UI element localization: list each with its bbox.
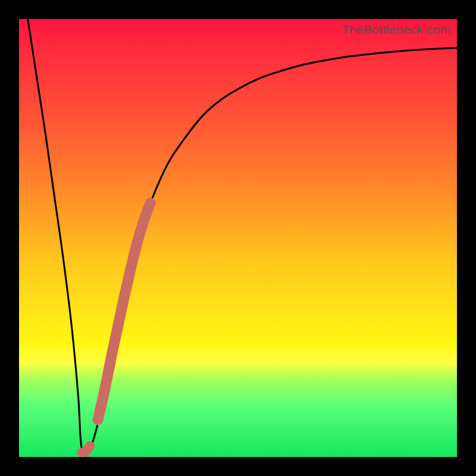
highlight-lower-path	[82, 446, 90, 453]
highlight-upper-path	[98, 203, 151, 419]
chart-frame: TheBottleneck.com	[0, 0, 476, 476]
chart-svg	[19, 19, 457, 457]
plot-area: TheBottleneck.com	[19, 19, 457, 457]
bottleneck-curve-path	[28, 19, 457, 455]
